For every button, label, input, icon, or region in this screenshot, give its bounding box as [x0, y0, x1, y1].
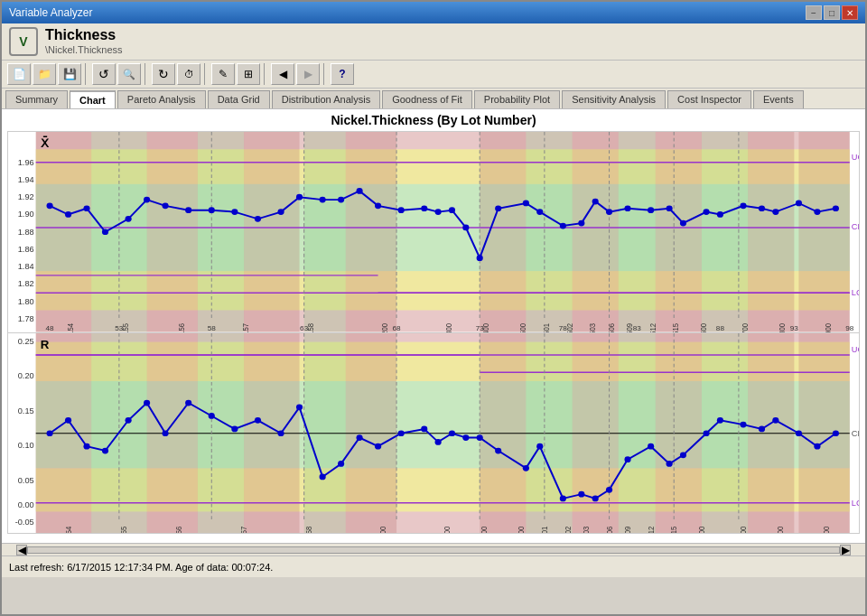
svg-text:78: 78 — [559, 324, 568, 332]
svg-text:154: 154 — [64, 526, 72, 533]
svg-point-37 — [162, 202, 168, 209]
svg-text:73: 73 — [476, 324, 485, 332]
scroll-left-button[interactable]: ◀ — [16, 545, 27, 555]
svg-text:1.82: 1.82 — [18, 280, 34, 289]
svg-text:200: 200 — [381, 322, 389, 331]
svg-text:300: 300 — [443, 526, 452, 533]
upper-chart-svg: 1.96 1.94 1.92 1.90 1.88 1.86 1.84 1.82 … — [8, 132, 859, 332]
svg-point-50 — [435, 209, 442, 215]
svg-point-70 — [796, 201, 802, 207]
svg-point-175 — [462, 434, 469, 441]
tab-costinspector[interactable]: Cost Inspector — [667, 90, 751, 108]
close-button[interactable]: ✕ — [842, 5, 858, 20]
app-subtitle: \Nickel.Thickness — [45, 44, 123, 55]
svg-point-157 — [102, 447, 108, 453]
svg-text:515: 515 — [672, 322, 680, 331]
svg-point-188 — [703, 430, 709, 436]
svg-text:155: 155 — [120, 526, 128, 533]
scrollbar-track[interactable] — [27, 546, 840, 554]
lower-chart-svg: 0.25 0.20 0.15 0.10 0.05 0.00 -0.05 UCL=… — [8, 333, 859, 534]
tab-datagrid[interactable]: Data Grid — [208, 90, 270, 108]
refresh-button[interactable]: ↺ — [92, 63, 116, 85]
svg-point-177 — [495, 447, 501, 453]
maximize-button[interactable]: □ — [824, 5, 840, 20]
properties-button[interactable]: ⊞ — [237, 63, 260, 85]
scroll-right-button[interactable]: ▶ — [840, 545, 851, 555]
tab-events[interactable]: Events — [753, 90, 804, 108]
svg-text:400: 400 — [480, 526, 489, 533]
svg-point-181 — [578, 490, 584, 497]
new-button[interactable]: 📄 — [7, 63, 31, 85]
svg-text:LCL=1.779: LCL=1.779 — [852, 288, 859, 297]
svg-point-61 — [624, 205, 630, 211]
svg-point-63 — [667, 205, 673, 211]
svg-text:800: 800 — [778, 322, 787, 331]
open-button[interactable]: 📁 — [33, 63, 56, 85]
svg-point-51 — [449, 207, 455, 213]
svg-point-38 — [185, 207, 191, 213]
tab-goodness[interactable]: Goodness of Fit — [382, 90, 472, 108]
svg-point-54 — [495, 205, 501, 211]
svg-point-161 — [185, 399, 191, 406]
svg-point-42 — [277, 209, 284, 215]
svg-text:500: 500 — [517, 526, 526, 533]
back-button[interactable]: ◀ — [271, 63, 294, 85]
svg-text:CL=1.853: CL=1.853 — [852, 222, 859, 231]
help-button[interactable]: ? — [331, 63, 354, 85]
separator-3 — [204, 63, 208, 85]
svg-point-36 — [144, 197, 150, 203]
svg-text:503: 503 — [583, 526, 591, 533]
svg-text:300: 300 — [445, 322, 453, 331]
tab-chart[interactable]: Chart — [70, 90, 116, 108]
svg-text:1.86: 1.86 — [18, 245, 34, 254]
svg-text:1.84: 1.84 — [18, 262, 34, 271]
svg-point-173 — [435, 439, 442, 445]
svg-text:1.80: 1.80 — [18, 297, 34, 306]
svg-point-195 — [833, 430, 839, 436]
svg-point-72 — [833, 205, 839, 211]
clock-button[interactable]: ⏱ — [177, 63, 200, 85]
svg-point-52 — [462, 225, 469, 231]
svg-point-53 — [477, 255, 483, 261]
tab-pareto[interactable]: Pareto Analysis — [117, 90, 206, 108]
chart-title: Nickel.Thickness (By Lot Number) — [7, 113, 860, 127]
tab-probability[interactable]: Probability Plot — [474, 90, 560, 108]
svg-point-162 — [209, 413, 215, 419]
svg-text:0.20: 0.20 — [18, 371, 34, 380]
status-text: Last refresh: 6/17/2015 12:17:34 PM. Age… — [9, 562, 273, 573]
title-bar: Variable Analyzer − □ ✕ — [2, 2, 865, 23]
zoom-button[interactable]: 🔍 — [117, 63, 141, 85]
minimize-button[interactable]: − — [806, 5, 822, 20]
svg-point-49 — [421, 205, 427, 211]
svg-text:800: 800 — [777, 526, 785, 533]
forward-button[interactable]: ▶ — [296, 63, 320, 85]
svg-point-189 — [717, 416, 723, 423]
svg-text:501: 501 — [543, 322, 551, 331]
svg-point-67 — [740, 202, 746, 209]
svg-point-183 — [606, 486, 612, 492]
svg-text:68: 68 — [392, 324, 401, 332]
svg-text:0.25: 0.25 — [18, 336, 34, 345]
svg-text:1.96: 1.96 — [18, 158, 34, 167]
svg-point-47 — [375, 202, 381, 209]
svg-point-154 — [46, 430, 52, 436]
app-title-text: Thickness \Nickel.Thickness — [45, 27, 123, 56]
auto-refresh-button[interactable]: ↻ — [152, 63, 175, 85]
svg-point-158 — [126, 416, 132, 423]
tab-summary[interactable]: Summary — [5, 90, 68, 108]
svg-text:506: 506 — [605, 526, 613, 533]
svg-point-68 — [759, 205, 765, 211]
edit-button[interactable]: ✎ — [211, 63, 235, 85]
tab-sensitivity[interactable]: Sensitivity Analysis — [562, 90, 666, 108]
svg-text:1.90: 1.90 — [18, 210, 34, 219]
save-button[interactable]: 💾 — [58, 63, 81, 85]
svg-point-31 — [46, 202, 52, 209]
tab-distribution[interactable]: Distribution Analysis — [272, 90, 380, 108]
svg-point-179 — [536, 443, 543, 449]
svg-text:509: 509 — [624, 526, 632, 533]
svg-point-155 — [65, 416, 71, 423]
svg-text:0.15: 0.15 — [18, 406, 34, 415]
svg-point-44 — [320, 197, 326, 203]
svg-point-178 — [523, 464, 529, 471]
svg-point-55 — [523, 201, 529, 207]
